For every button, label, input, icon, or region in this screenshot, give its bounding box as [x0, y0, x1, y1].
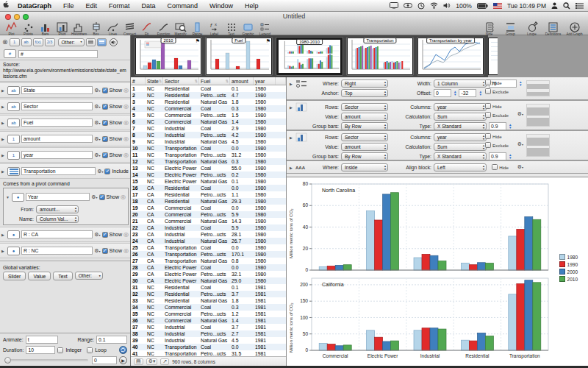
input-language-flag-icon[interactable]	[493, 3, 502, 9]
column-name-input[interactable]: Transportation	[21, 167, 96, 175]
timemachine-icon[interactable]	[404, 2, 412, 9]
toolbar-bars-button[interactable]: Bars	[37, 21, 54, 36]
table-row[interactable]: 41NCTransportationPetro...ucts31.51981	[131, 350, 286, 356]
new-column-1-button[interactable]: 1	[10, 38, 20, 46]
calculation-dropdown[interactable]: Sum▴▾	[434, 113, 487, 121]
disclosure-triangle-icon[interactable]: ▶	[290, 166, 294, 170]
target-icon[interactable]: ◎	[123, 87, 129, 93]
table-row[interactable]: 26CATransportationPetro...ucts170.11980	[131, 251, 286, 258]
show-checkbox[interactable]: ✓	[102, 88, 108, 93]
table-row[interactable]: 28CAElectric PowerCoal0.01980	[131, 264, 286, 271]
table-expand-icon[interactable]: ↗	[160, 358, 169, 365]
column-header-state[interactable]: State⇅	[146, 77, 163, 85]
table-row[interactable]: 27CATransportationNatural Gas0.81980	[131, 258, 286, 264]
toolbar-fit-button[interactable]: Fit	[138, 21, 155, 36]
california-chart[interactable]: 050100150200CommercialElectric PowerIndu…	[287, 275, 588, 368]
disclosure-triangle-icon[interactable]: ▶	[1, 153, 6, 158]
stepper-icon[interactable]: ▲▼	[519, 81, 522, 86]
menu-data[interactable]: Data	[136, 2, 162, 10]
thumbnail-transportation[interactable]: Transportation	[347, 38, 413, 75]
target-icon[interactable]: ◎	[123, 119, 129, 126]
columns-dropdown[interactable]: year▴▾	[434, 133, 487, 141]
group-bars-dropdown[interactable]: By Row▴▾	[341, 152, 388, 160]
sort-icon[interactable]: ⇅	[226, 79, 229, 83]
legend-where-dropdown[interactable]: Right▴▾	[341, 79, 388, 88]
column-header-fuel[interactable]: Fuel⇅	[199, 77, 230, 85]
number-column-icon[interactable]: #	[4, 49, 16, 58]
toolbar-text-button[interactable]: Text	[223, 21, 240, 36]
table-row[interactable]: 29CAElectric PowerPetro...ucts32.11980	[131, 271, 286, 277]
stepper-icon[interactable]: ▲▼	[453, 91, 456, 96]
flag-icon[interactable]: ⚑	[266, 38, 270, 44]
column-header-[interactable]: #	[131, 77, 146, 85]
toolbar-connect-button[interactable]: Connect	[121, 21, 138, 36]
integer-checkbox[interactable]	[57, 347, 63, 353]
target-icon[interactable]: ◎	[123, 152, 129, 158]
stepper-icon[interactable]: ▲▼	[509, 124, 512, 129]
new-column-f-x-button[interactable]: f(x)	[33, 38, 43, 46]
table-row[interactable]: 32NCResidentialPetro...ucts3.71981	[131, 291, 286, 297]
table-row[interactable]: 6NCCommercialNatural Gas1.41980	[131, 118, 286, 125]
table-row[interactable]: 7NCIndustrialCoal2.91980	[131, 125, 286, 132]
column-row-amount[interactable]: ▶ 1 amount ⚙▾ ✓ Show ◎	[0, 131, 130, 146]
graph-thumbnail-partial[interactable]	[488, 38, 498, 75]
slider-thumb[interactable]	[4, 357, 11, 364]
calculation-dropdown[interactable]: Sum▴▾	[434, 143, 487, 151]
table-row[interactable]: 11NCTransportationPetro...ucts31.21980	[131, 152, 286, 158]
legend-anchor-dropdown[interactable]: Top▴▾	[341, 89, 388, 97]
table-row[interactable]: 25CATransportationCoal0.01980	[131, 244, 286, 251]
table-row[interactable]: 39NCIndustrialNatural Gas4.51981	[131, 337, 286, 344]
from-dropdown[interactable]: amount...▴▾	[36, 205, 79, 213]
gear-icon[interactable]: ⚙▾	[94, 120, 100, 126]
menu-help[interactable]: Help	[239, 2, 265, 10]
rows-dropdown[interactable]: Sector▴▾	[341, 103, 388, 111]
toolbar-legend-button[interactable]: Legend	[257, 21, 273, 36]
gear-icon[interactable]: ⚙▾	[94, 232, 100, 238]
global-other-dropdown[interactable]: Other:▾	[75, 272, 103, 280]
column-row-year[interactable]: ▶ 1 year ⚙▾ ✓ Show ◎	[0, 147, 130, 163]
column-name-input[interactable]: R : CA	[21, 230, 93, 238]
target-icon[interactable]: ◎	[123, 135, 129, 142]
list-view-button[interactable]	[86, 38, 96, 46]
include-checkbox[interactable]: ✓	[104, 169, 110, 174]
column-row-r-ca[interactable]: ▶ ● R : CA ⚙▾ ✓ Show ◎	[0, 227, 130, 242]
sort-icon[interactable]: ⇅	[159, 79, 162, 83]
global-value-button[interactable]: Value	[28, 272, 51, 280]
table-row[interactable]: 4NCCommercialCoal0.31980	[131, 105, 286, 112]
bar-width-value[interactable]: 0.9	[489, 152, 506, 160]
text-where-dropdown[interactable]: Inside▴▾	[341, 163, 388, 171]
animate-loop-button[interactable]	[119, 346, 127, 354]
table-row[interactable]: 19CACommercialCoal0.01980	[131, 205, 286, 211]
toolbar-function-button[interactable]: Function	[155, 21, 172, 36]
menu-format[interactable]: Format	[103, 2, 136, 10]
table-row[interactable]: 13NCElectric PowerCoal55.01980	[131, 165, 286, 171]
other-column-dropdown[interactable]: Other:▾	[58, 38, 85, 46]
table-row[interactable]: 31NCResidentialCoal0.11981	[131, 284, 286, 291]
show-checkbox[interactable]: ✓	[102, 152, 108, 158]
exclude-checkbox[interactable]	[485, 88, 491, 94]
table-list-icon[interactable]: ▤	[134, 358, 143, 365]
show-checkbox[interactable]: ✓	[102, 120, 108, 126]
column-header-amount[interactable]: amount	[230, 77, 254, 85]
volume-icon[interactable]	[443, 2, 451, 9]
disclosure-triangle-icon[interactable]: ▶	[1, 88, 6, 93]
value-dropdown[interactable]: amount▴▾	[341, 113, 388, 121]
toolbar-definitions-button[interactable]: Definitions	[542, 21, 564, 36]
column-name-input[interactable]: Sector	[21, 102, 93, 110]
sort-icon[interactable]: ⇅	[195, 79, 198, 83]
toolbar-points-button[interactable]: Points	[20, 21, 37, 36]
gear-icon[interactable]: ⚙▾	[94, 248, 100, 254]
name-dropdown[interactable]: Column Val...▴▾	[36, 215, 79, 223]
table-row[interactable]: 38NCIndustrialPetro...ucts2.71981	[131, 330, 286, 337]
hide-checkbox[interactable]	[492, 164, 498, 170]
display-icon[interactable]	[390, 2, 398, 9]
column-row-r-nc[interactable]: ▶ ● R : NC ⚙▾ ✓ Show ◎	[0, 243, 130, 258]
toolbar-add-graph-button[interactable]: Add Graph	[564, 21, 585, 36]
table-row[interactable]: 10NCTransportationCoal0.01980	[131, 145, 286, 152]
disclosure-triangle-icon[interactable]: ▶	[290, 82, 294, 86]
remove-column-icon[interactable]: ⊗	[2, 38, 8, 46]
menu-edit[interactable]: Edit	[80, 2, 104, 10]
gear-icon[interactable]: ⚙▾	[517, 111, 523, 116]
table-row[interactable]: 8NCIndustrialPetro...ucts4.21980	[131, 132, 286, 138]
duration-input[interactable]: 10	[26, 346, 55, 354]
